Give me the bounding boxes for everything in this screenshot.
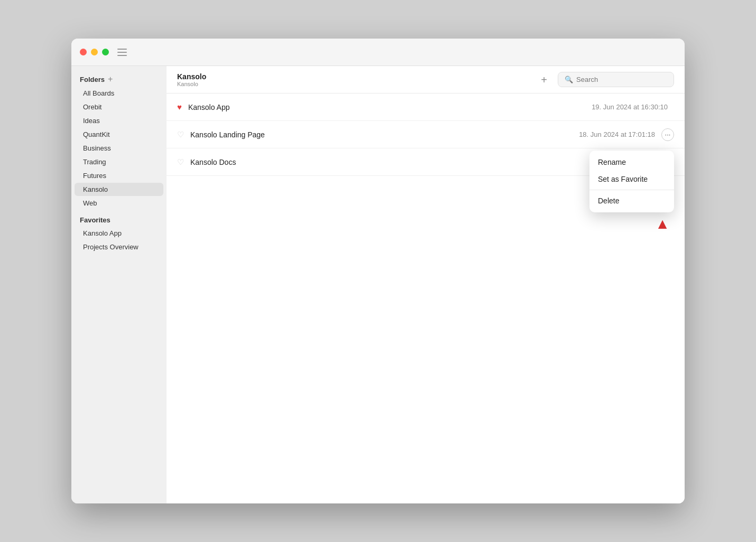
favorites-header: Favorites xyxy=(71,212,167,226)
minimize-button[interactable] xyxy=(91,49,98,55)
context-menu-arrow-icon: ▲ xyxy=(655,217,670,231)
board-item-kansolo-app[interactable]: ♥ Kansolo App 19. Jun 2024 at 16:30:10 xyxy=(167,94,685,121)
board-date: 19. Jun 2024 at 16:30:10 xyxy=(592,103,668,111)
context-menu-rename[interactable]: Rename xyxy=(589,154,674,171)
main-content: Kansolo Kansolo + 🔍 ♥ Kansolo App 19. Ju… xyxy=(167,66,685,503)
maximize-button[interactable] xyxy=(102,49,109,55)
board-name: Kansolo Docs xyxy=(190,158,592,166)
favorites-section: Favorites Kansolo App Projects Overview xyxy=(71,212,167,254)
sidebar-item-kansolo[interactable]: Kansolo xyxy=(75,183,163,196)
sidebar-item-business[interactable]: Business xyxy=(75,142,163,155)
board-name: Kansolo App xyxy=(188,103,592,111)
traffic-lights xyxy=(80,49,109,55)
search-box: 🔍 xyxy=(558,72,674,87)
board-name: Kansolo Landing Page xyxy=(190,130,579,139)
add-folder-button[interactable]: + xyxy=(108,74,113,84)
favorite-icon-filled[interactable]: ♥ xyxy=(177,102,182,111)
sidebar: Folders + All Boards Orebit Ideas QuantK… xyxy=(71,66,167,503)
sidebar-toggle-button[interactable] xyxy=(117,49,127,56)
sidebar-item-projects-overview[interactable]: Projects Overview xyxy=(75,240,163,254)
folders-section: Folders + All Boards Orebit Ideas QuantK… xyxy=(71,72,167,210)
main-header: Kansolo Kansolo + 🔍 xyxy=(167,66,685,94)
add-board-button[interactable]: + xyxy=(537,72,551,87)
folders-header[interactable]: Folders + xyxy=(71,72,167,86)
more-options-button[interactable]: ··· xyxy=(661,128,674,141)
search-input[interactable] xyxy=(576,76,667,83)
content-area: Folders + All Boards Orebit Ideas QuantK… xyxy=(71,66,685,503)
search-icon: 🔍 xyxy=(565,76,573,83)
board-item-kansolo-landing-page[interactable]: ♡ Kansolo Landing Page 18. Jun 2024 at 1… xyxy=(167,121,685,148)
context-menu-set-as-favorite[interactable]: Set as Favorite xyxy=(589,171,674,188)
main-title: Kansolo xyxy=(177,72,537,81)
board-date: 18. Jun 2024 at 17:01:18 xyxy=(579,130,655,138)
context-menu-divider xyxy=(589,190,674,190)
sidebar-item-trading[interactable]: Trading xyxy=(75,155,163,169)
sidebar-item-ideas[interactable]: Ideas xyxy=(75,114,163,127)
sidebar-item-web[interactable]: Web xyxy=(75,197,163,210)
context-menu-delete[interactable]: Delete xyxy=(589,192,674,209)
sidebar-item-futures[interactable]: Futures xyxy=(75,169,163,182)
main-subtitle: Kansolo xyxy=(177,81,537,87)
favorite-icon-empty[interactable]: ♡ xyxy=(177,157,184,167)
sidebar-item-all-boards[interactable]: All Boards xyxy=(75,87,163,100)
favorite-icon-empty[interactable]: ♡ xyxy=(177,130,184,139)
main-title-area: Kansolo Kansolo xyxy=(177,72,537,87)
sidebar-item-quantkit[interactable]: QuantKit xyxy=(75,128,163,141)
sidebar-item-orebit[interactable]: Orebit xyxy=(75,100,163,114)
app-window: Folders + All Boards Orebit Ideas QuantK… xyxy=(71,39,685,503)
header-actions: + 🔍 xyxy=(537,72,674,87)
folders-label: Folders xyxy=(80,76,105,83)
context-menu: Rename Set as Favorite Delete ▲ xyxy=(589,151,674,212)
titlebar xyxy=(71,39,685,66)
close-button[interactable] xyxy=(80,49,87,55)
sidebar-item-kansolo-app[interactable]: Kansolo App xyxy=(75,227,163,240)
